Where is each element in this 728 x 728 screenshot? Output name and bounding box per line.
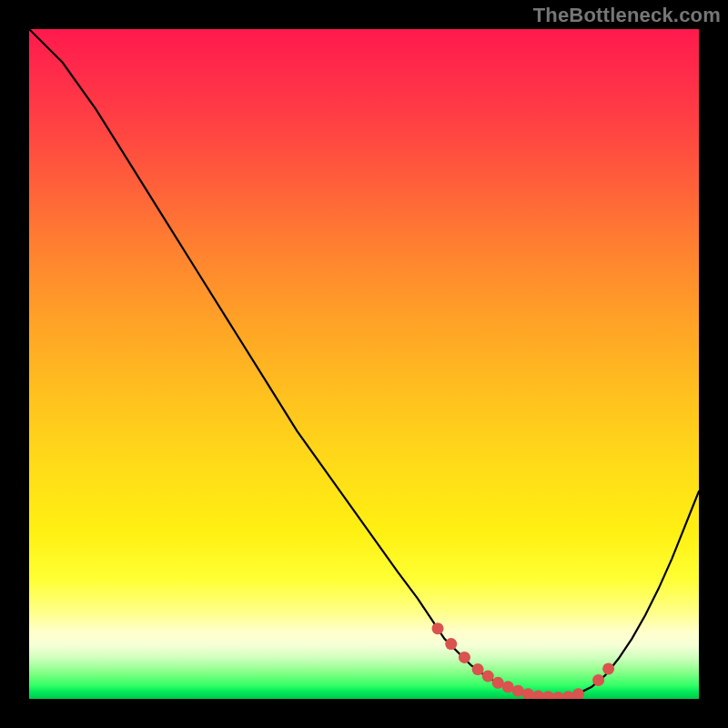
highlight-dot bbox=[522, 688, 534, 699]
highlight-dot bbox=[459, 652, 470, 663]
highlight-dot bbox=[482, 671, 494, 682]
highlight-dot bbox=[552, 692, 564, 699]
highlight-dot bbox=[502, 681, 514, 693]
highlight-dot bbox=[562, 691, 574, 699]
highlight-dot bbox=[572, 688, 584, 699]
highlight-dot bbox=[445, 638, 457, 650]
highlight-dot bbox=[512, 685, 524, 697]
highlight-dot bbox=[472, 663, 484, 675]
highlight-dots bbox=[432, 622, 615, 699]
highlight-dot bbox=[602, 662, 614, 674]
chart-frame: TheBottleneck.com bbox=[0, 0, 728, 728]
watermark-text: TheBottleneck.com bbox=[533, 4, 721, 27]
plot-area bbox=[29, 29, 699, 699]
highlight-dot bbox=[592, 674, 604, 686]
highlight-dot bbox=[432, 622, 444, 634]
curve-layer bbox=[29, 29, 699, 699]
bottleneck-curve bbox=[29, 29, 699, 698]
